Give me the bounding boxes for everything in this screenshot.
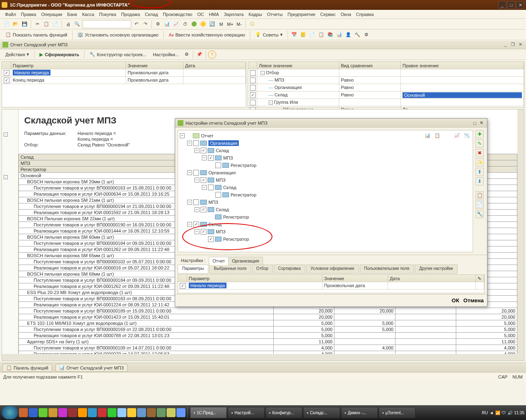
- tree-tool-icon[interactable]: 📊: [423, 131, 432, 139]
- checkbox[interactable]: ✓: [201, 148, 206, 153]
- tool2-icon[interactable]: 📊: [163, 20, 171, 28]
- quick-launch-icon[interactable]: [29, 408, 38, 417]
- save-icon[interactable]: 💾: [21, 20, 29, 28]
- ptab-fields[interactable]: Выбранные поля: [209, 265, 251, 274]
- tree-node[interactable]: −✓Склад: [180, 206, 471, 213]
- actions-button[interactable]: Действия▾: [2, 50, 32, 58]
- expand-toggle[interactable]: −: [194, 178, 199, 183]
- icon-report[interactable]: 📊: [335, 31, 343, 39]
- close-button[interactable]: ✕: [516, 1, 524, 9]
- filter-grid[interactable]: Левое значение Вид сравнения Правое знач…: [248, 62, 524, 107]
- subwindow-close[interactable]: ✕: [517, 42, 524, 48]
- icon-calendar[interactable]: 📅: [290, 31, 298, 39]
- config-icon[interactable]: ⚙: [183, 50, 191, 59]
- menu-production[interactable]: Производство: [160, 11, 195, 18]
- tab-org[interactable]: Организация: [228, 257, 263, 265]
- quick-launch-icon[interactable]: [19, 408, 28, 417]
- menu-warehouse[interactable]: Склад: [142, 11, 160, 18]
- system-tray[interactable]: RU ◄ 📶 🛡 🔊 11:35: [482, 411, 524, 415]
- help-icon[interactable]: ⓘ: [248, 20, 256, 28]
- search-icon[interactable]: 🔍: [73, 20, 81, 28]
- constructor-button[interactable]: 🔧Конструктор настроек...: [87, 50, 149, 58]
- quick-launch-icon[interactable]: [88, 408, 97, 417]
- tree-tool-icon[interactable]: 📋: [433, 131, 441, 139]
- checkbox[interactable]: ✓: [201, 177, 206, 183]
- quick-launch-icon[interactable]: [107, 408, 117, 417]
- expand-toggle[interactable]: −: [194, 229, 199, 234]
- tree-node[interactable]: −Склад: [180, 184, 471, 191]
- tree-node[interactable]: Регистратор: [180, 213, 471, 221]
- help2-icon[interactable]: ?: [208, 50, 216, 59]
- tree-tool-icon[interactable]: 📈: [453, 131, 461, 139]
- menu-salary[interactable]: Зарплата: [222, 11, 246, 18]
- icon-hammer[interactable]: 🔨: [353, 31, 361, 39]
- tray-icon[interactable]: 🛡: [502, 411, 506, 415]
- checkbox[interactable]: ✓: [201, 207, 206, 212]
- expand-toggle[interactable]: −: [202, 185, 207, 190]
- cut-icon[interactable]: ✂: [33, 20, 41, 28]
- quick-launch-icon[interactable]: [78, 408, 87, 417]
- expand-toggle[interactable]: −: [194, 207, 199, 212]
- mminus-button[interactable]: М-: [235, 20, 243, 28]
- quick-launch-icon[interactable]: [147, 408, 156, 417]
- menu-enterprise[interactable]: Предприятие: [285, 11, 318, 18]
- new-icon[interactable]: 📄: [2, 20, 11, 28]
- quick-launch-icon[interactable]: [157, 408, 166, 417]
- tree-node[interactable]: −МПЗ: [180, 199, 471, 206]
- set-org-button[interactable]: 🏢Установить основную организацию: [75, 31, 162, 39]
- icon-user[interactable]: 👤: [344, 31, 352, 39]
- wand-icon[interactable]: ✨: [476, 158, 484, 167]
- menu-purchase[interactable]: Покупка: [97, 11, 119, 18]
- menu-edit[interactable]: Правка: [18, 11, 39, 18]
- form-button[interactable]: ▶Сформировать: [37, 50, 82, 59]
- dialog-restore[interactable]: □: [471, 121, 478, 126]
- undo-icon[interactable]: ↶: [132, 20, 140, 28]
- ptab-filter[interactable]: Отбор: [252, 265, 273, 274]
- checkbox[interactable]: ✓: [4, 70, 9, 76]
- checkbox[interactable]: [250, 78, 256, 83]
- enter-op-button[interactable]: АкВвести хозяйственную операцию: [166, 31, 248, 39]
- settings-button[interactable]: Настройки...: [150, 51, 182, 58]
- checkbox[interactable]: [250, 70, 256, 76]
- ptab-cond[interactable]: Условное оформление: [306, 265, 359, 274]
- tool-icon[interactable]: 🔧: [476, 210, 484, 218]
- taskbar-task[interactable]: ▪Настрой...: [228, 407, 265, 418]
- maximize-button[interactable]: □: [507, 1, 515, 9]
- icon-list[interactable]: 📋: [317, 31, 325, 39]
- edit-icon[interactable]: ✎: [476, 139, 484, 148]
- tree-node[interactable]: Регистратор: [180, 162, 471, 169]
- quick-launch-icon[interactable]: [68, 408, 77, 417]
- checkbox[interactable]: ✓: [208, 236, 214, 242]
- checkbox[interactable]: ✓: [250, 92, 256, 98]
- ptab-sort[interactable]: Сортировка: [274, 265, 305, 274]
- taskbar-task[interactable]: ▪Складс...: [303, 407, 340, 418]
- checkbox[interactable]: [193, 140, 199, 146]
- copy-icon[interactable]: 📋: [42, 20, 50, 28]
- tray-icon[interactable]: 🔊: [508, 411, 512, 415]
- expand-toggle[interactable]: −: [187, 141, 192, 146]
- icon-journal[interactable]: 📒: [299, 31, 307, 39]
- checkbox[interactable]: [208, 185, 214, 190]
- ok-button[interactable]: ОК: [452, 297, 460, 304]
- tree-node[interactable]: −✓МПЗ: [180, 228, 471, 235]
- menu-bank[interactable]: Банк: [65, 11, 80, 18]
- tips-button[interactable]: 💡Советы▾: [252, 31, 285, 39]
- quick-launch-icon[interactable]: [167, 408, 176, 417]
- tree-node[interactable]: −Организация: [180, 139, 471, 147]
- edit-icon[interactable]: ✎: [478, 276, 481, 281]
- tool6-icon[interactable]: 🟡: [199, 20, 207, 28]
- outline-toggle[interactable]: -: [4, 175, 8, 179]
- vertical-scrollbar[interactable]: [517, 110, 524, 354]
- msize-button[interactable]: М: [217, 20, 225, 28]
- cancel-button[interactable]: Отмена: [463, 297, 484, 304]
- checkbox[interactable]: [215, 162, 221, 168]
- paste-icon[interactable]: 📄: [51, 20, 59, 28]
- tool4-icon[interactable]: ⏱: [181, 20, 189, 28]
- checkbox[interactable]: ✓: [4, 78, 9, 83]
- expand-toggle[interactable]: −: [202, 155, 207, 160]
- checkbox[interactable]: [250, 100, 256, 105]
- outline-toggle[interactable]: -: [4, 132, 8, 137]
- lang-indicator[interactable]: RU: [482, 411, 488, 415]
- subwindow-minimize[interactable]: _: [502, 42, 509, 48]
- tab-report[interactable]: 📊Отчет Складской учет МПЗ: [55, 364, 128, 372]
